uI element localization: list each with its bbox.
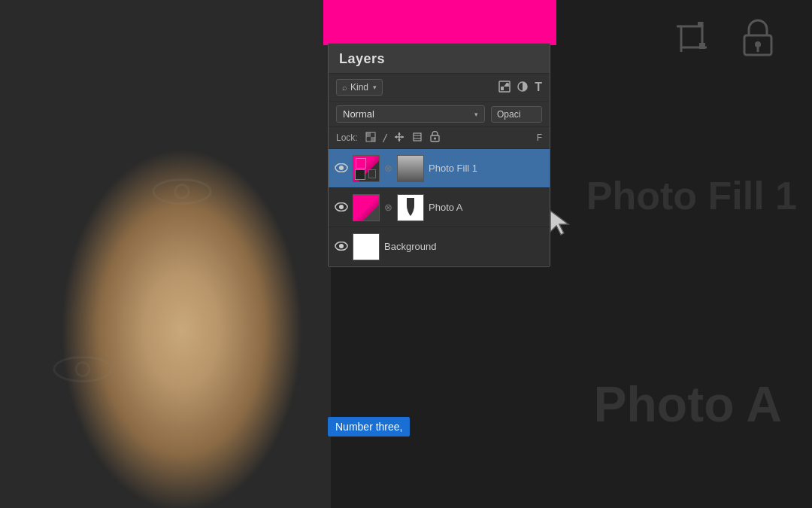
face-bg: [0, 0, 331, 508]
panel-header: Layers: [329, 44, 550, 74]
text-filter-icon[interactable]: T: [535, 81, 542, 94]
lock-position-icon[interactable]: [394, 132, 404, 144]
lock-label: Lock:: [336, 132, 358, 143]
svg-rect-16: [501, 87, 504, 90]
kind-dropdown[interactable]: ⌕ Kind ▾: [336, 79, 383, 96]
search-icon: ⌕: [342, 83, 347, 92]
kind-label: Kind: [350, 82, 368, 93]
mask-thumbnail-photo-a: [397, 194, 424, 221]
opacity-field[interactable]: Opaci: [491, 106, 542, 123]
opacity-label: Opaci: [497, 109, 520, 120]
svg-point-2: [54, 357, 111, 381]
lock-icons: /: [365, 131, 440, 144]
chain-icon-photo-fill: ⊗: [384, 163, 392, 174]
panel-title: Layers: [339, 51, 385, 66]
layer-item-background[interactable]: Background: [329, 227, 550, 266]
kind-chevron-icon: ▾: [373, 84, 377, 91]
svg-marker-25: [398, 132, 401, 135]
layer-thumbnail-background: [353, 233, 380, 260]
visibility-eye-background[interactable]: [335, 240, 348, 254]
svg-marker-26: [398, 139, 401, 141]
pink-background-strip: [323, 0, 556, 45]
svg-rect-29: [414, 133, 421, 141]
svg-marker-14: [550, 211, 568, 235]
eye-watermark-top: [152, 178, 212, 208]
svg-rect-9: [698, 22, 702, 26]
crop-icon: [675, 20, 711, 56]
lock-crop-icon[interactable]: [412, 132, 423, 144]
caption-bar: Number three,: [328, 417, 410, 437]
svg-marker-28: [401, 135, 404, 138]
bg-left-panel: [0, 0, 331, 508]
eye-watermark-bottom: [53, 356, 113, 385]
lock-brush-icon[interactable]: /: [383, 132, 386, 144]
svg-rect-10: [699, 43, 705, 49]
layer-item-photo-fill-1[interactable]: ⊗ Photo Fill 1: [329, 149, 550, 188]
visibility-eye-photo-a[interactable]: [335, 201, 348, 214]
layer-item-photo-a[interactable]: ⊗ Photo A: [329, 188, 550, 227]
layer-thumbnail-photo-a: [353, 194, 380, 221]
svg-marker-27: [395, 135, 397, 138]
cursor-arrow: [549, 209, 573, 236]
mask-thumbnail-photo-fill: [397, 155, 424, 182]
image-filter-icon[interactable]: [498, 81, 511, 95]
svg-point-12: [755, 41, 761, 47]
svg-rect-4: [681, 26, 702, 47]
layer-name-photo-a: Photo A: [429, 202, 544, 213]
watermark-photo-fill: Photo Fill 1: [586, 173, 797, 218]
blend-mode-label: Normal: [343, 108, 374, 120]
layer-name-photo-fill: Photo Fill 1: [429, 163, 544, 174]
visibility-eye-photo-fill[interactable]: [335, 162, 348, 175]
svg-point-35: [339, 166, 344, 170]
filter-icons: T: [498, 81, 542, 95]
svg-point-1: [175, 184, 189, 198]
panel-toolbar: ⌕ Kind ▾ T: [329, 74, 550, 102]
lock-transparency-icon[interactable]: [365, 132, 376, 144]
svg-point-37: [339, 205, 344, 209]
svg-point-39: [339, 244, 344, 248]
chain-icon-photo-a: ⊗: [384, 202, 392, 213]
layer-thumbnail-photo-fill: [353, 155, 380, 182]
svg-point-0: [153, 179, 211, 203]
svg-rect-22: [371, 137, 375, 141]
lock-row: Lock: /: [329, 127, 550, 149]
caption-text: Number three,: [335, 421, 402, 433]
blend-mode-dropdown[interactable]: Normal ▾: [336, 105, 485, 123]
blend-mode-row: Normal ▾ Opaci: [329, 102, 550, 127]
watermark-photo-a: Photo A: [594, 376, 783, 433]
svg-point-18: [506, 83, 509, 86]
circle-filter-icon[interactable]: [517, 81, 529, 95]
fill-label: F: [537, 132, 542, 143]
layers-panel: Layers ⌕ Kind ▾: [328, 43, 550, 267]
svg-rect-21: [366, 132, 371, 137]
lock-icon: [741, 19, 774, 58]
layer-name-background: Background: [384, 241, 544, 252]
blend-chevron-icon: ▾: [474, 111, 478, 118]
top-icons: [675, 19, 774, 58]
layers-list: ⊗ Photo Fill 1 ⊗ P: [329, 149, 550, 266]
svg-point-3: [76, 362, 89, 376]
lock-all-icon[interactable]: [430, 131, 440, 144]
svg-point-33: [434, 138, 436, 140]
